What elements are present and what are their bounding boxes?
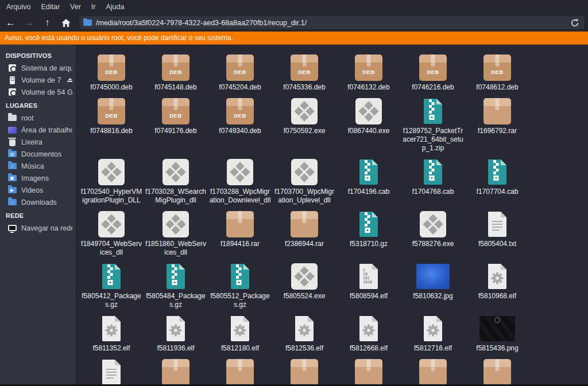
menu-item-ajuda[interactable]: Ajuda <box>100 0 129 14</box>
sidebar-item-volume-de-54-gb[interactable]: Volume de 54 GB <box>0 86 76 98</box>
file-icon <box>479 315 515 342</box>
file-icon <box>420 210 446 238</box>
file-item[interactable]: f5318710.gz <box>336 210 401 257</box>
menu-item-ver[interactable]: Ver <box>65 0 86 14</box>
sidebar-item-documentos[interactable]: ▤Documentos <box>0 148 76 160</box>
sidebar-item-m-sica[interactable]: ♪Música <box>0 160 76 172</box>
file-item[interactable]: f5810632.jpg <box>401 263 465 309</box>
file-item[interactable]: f1704768.cab <box>401 158 465 205</box>
file-label: f0750592.exe <box>284 127 326 135</box>
menu-item-arquivo[interactable]: Arquivo <box>1 0 36 14</box>
exe-diamonds-icon <box>98 159 125 185</box>
file-label: f1704768.cab <box>412 188 454 196</box>
file-icon: DEB <box>419 54 447 81</box>
file-label: f1702540_HyperVMigrationPlugin_DLL <box>80 188 142 205</box>
file-item[interactable]: DEBf0746132.deb <box>336 54 401 92</box>
archive-box-icon <box>483 359 511 384</box>
file-item[interactable]: f5812668.elf <box>336 315 401 353</box>
file-label: f5810968.elf <box>478 292 516 301</box>
sidebar-item-sistema-de-arqui-[interactable]: Sistema de arqui… <box>0 62 76 74</box>
file-item[interactable]: f1704196.cab <box>336 158 401 205</box>
file-item[interactable]: f2386944.rar <box>272 210 336 257</box>
file-item[interactable]: f1703028_WSearchMigPlugin_dll <box>144 158 208 205</box>
file-item[interactable]: f1894416.rar <box>208 210 272 257</box>
file-item[interactable]: f1703288_WpcMigration_Downlevel_dll <box>208 158 272 205</box>
file-icon: DEB <box>226 98 254 125</box>
elf-binary-icon: 1101011010 <box>357 263 380 290</box>
file-item[interactable]: f1851860_WebServices_dll <box>144 210 208 257</box>
file-item[interactable]: DEBf0745000.deb <box>79 54 144 92</box>
file-item[interactable]: f5810968.elf <box>465 263 529 309</box>
refresh-button[interactable] <box>569 17 581 29</box>
file-item[interactable] <box>336 358 401 384</box>
file-item[interactable]: f0750592.exe <box>272 98 336 153</box>
file-icon <box>162 358 189 384</box>
file-item[interactable]: f5805512_Packages.gz <box>208 263 272 309</box>
file-item[interactable]: f1703700_WpcMigration_Uplevel_dll <box>272 158 336 205</box>
elf-gear-icon <box>229 315 252 342</box>
file-icon <box>486 158 509 186</box>
file-item[interactable]: f5812716.elf <box>401 315 465 353</box>
sidebar-item-videos[interactable]: ▶Videos <box>0 184 76 196</box>
file-item[interactable] <box>401 358 465 384</box>
file-item[interactable] <box>208 358 272 384</box>
deb-package-icon: DEB <box>419 54 447 81</box>
file-item[interactable]: 1101011010f5808594.elf <box>336 263 401 309</box>
file-item[interactable]: f5805404.txt <box>465 210 529 257</box>
file-item[interactable]: f1702540_HyperVMigrationPlugin_DLL <box>79 158 144 205</box>
file-item[interactable]: f5812180.elf <box>208 315 272 353</box>
file-icon: 1101011010 <box>357 263 380 290</box>
elf-gear-icon <box>486 263 509 290</box>
file-item[interactable]: f5788276.exe <box>401 210 465 257</box>
sidebar-item-navegar-na-rede[interactable]: Navegar na rede <box>0 222 76 234</box>
back-button[interactable]: ← <box>3 15 18 30</box>
file-item[interactable]: DEBf0748816.deb <box>79 98 144 153</box>
file-item[interactable] <box>465 358 529 384</box>
file-item[interactable]: f1849704_WebServices_dll <box>79 210 144 257</box>
file-item[interactable] <box>144 358 208 384</box>
file-item[interactable]: f5805524.exe <box>272 263 336 309</box>
sidebar-item-downloads[interactable]: ↓Downloads <box>0 196 76 208</box>
file-icon <box>486 210 509 238</box>
file-item[interactable] <box>79 358 144 384</box>
deb-package-icon: DEB <box>355 54 382 81</box>
file-item[interactable]: DEBf0746216.deb <box>401 54 465 92</box>
file-item[interactable]: DEBf0745204.deb <box>208 54 272 92</box>
file-item[interactable]: f5815436.png <box>465 315 529 353</box>
path-bar[interactable]: /media/root/3a5f0224-7978-4322-aed3-68a8… <box>79 15 585 30</box>
file-item[interactable]: f5811352.elf <box>79 315 144 353</box>
menu-item-ir[interactable]: Ir <box>86 0 101 14</box>
window-body: DISPOSITIVOSSistema de arqui…Volume de 7… <box>0 45 588 384</box>
path-text[interactable]: /media/root/3a5f0224-7978-4322-aed3-68a8… <box>96 19 565 27</box>
sidebar-item-imagens[interactable]: ▣Imagens <box>0 172 76 184</box>
menu-item-editar[interactable]: Editar <box>36 0 65 14</box>
forward-button[interactable]: → <box>21 15 37 30</box>
file-item[interactable]: f0867440.exe <box>336 98 401 153</box>
sidebar-item-lixeira[interactable]: Lixeira <box>0 136 76 148</box>
file-item[interactable]: f5811936.elf <box>144 315 208 353</box>
file-view[interactable]: DEBf0745000.debDEBf0745148.debDEBf074520… <box>76 45 588 384</box>
file-item[interactable]: f5805412_Packages.gz <box>79 263 144 309</box>
archive-box-icon <box>419 359 447 384</box>
sidebar-item-root[interactable]: root <box>0 112 76 124</box>
file-item[interactable]: f1696792.rar <box>465 98 529 153</box>
file-icon <box>355 358 382 384</box>
file-item[interactable]: DEBf0748612.deb <box>465 54 529 92</box>
file-item[interactable]: f5805484_Packages.gz <box>144 263 208 309</box>
sidebar-item-volume-de-7-7-[interactable]: Volume de 7,7… <box>0 74 76 86</box>
file-item[interactable]: DEBf0749340.deb <box>208 98 272 153</box>
file-item[interactable]: f1289752_PacketTracer721_64bit_setup_1.z… <box>401 98 465 153</box>
eject-button[interactable] <box>67 78 72 83</box>
file-item[interactable]: f5812536.elf <box>272 315 336 353</box>
file-icon: DEB <box>355 54 382 81</box>
sidebar-item--rea-de-trabalho[interactable]: Área de trabalho <box>0 124 76 136</box>
up-button[interactable]: ↑ <box>40 15 55 30</box>
file-icon <box>229 263 252 290</box>
file-label: f5805524.exe <box>284 292 326 301</box>
file-item[interactable]: DEBf0745148.deb <box>144 54 208 92</box>
file-item[interactable]: f1707704.cab <box>465 158 529 205</box>
file-item[interactable]: DEBf0745336.deb <box>272 54 336 92</box>
file-item[interactable]: DEBf0749176.deb <box>144 98 208 153</box>
home-button[interactable] <box>58 15 74 30</box>
file-item[interactable] <box>272 358 336 384</box>
